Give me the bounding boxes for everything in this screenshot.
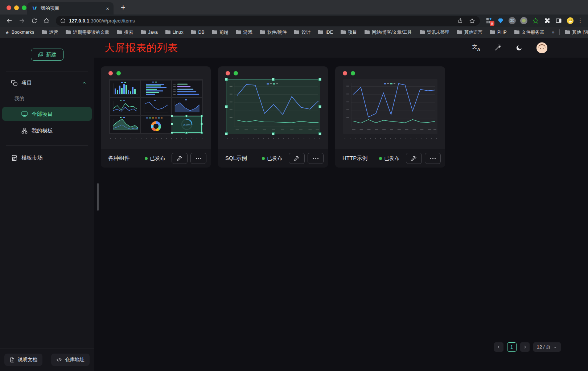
sitemap-icon [21,127,28,134]
document-icon [9,357,15,363]
extension-green-star-icon[interactable] [531,16,540,25]
bookmark-folder[interactable]: 网站/博客/文章/工具 [365,29,412,36]
edit-project-button[interactable] [406,153,422,164]
sidebar-item-my-templates[interactable]: 我的模板 [2,124,92,137]
extension-command-icon[interactable]: ⌘ [507,16,517,25]
more-actions-button[interactable] [308,153,324,164]
bookmark-folder[interactable]: 游戏 [236,29,252,36]
browser-toolbar: 127.0.0.1:3000/#/project/items 9 ⌘ [0,15,588,27]
tab-close-icon[interactable]: × [106,6,109,11]
new-tab-button[interactable]: + [121,4,126,12]
window-minimize-button[interactable] [14,5,19,10]
bookmark-folder[interactable]: 前端 [212,29,229,36]
user-avatar[interactable] [536,42,547,53]
url-text: 127.0.0.1:3000/#/project/items [69,18,135,24]
publish-status: 已发布 [379,155,399,162]
status-dot-icon [379,157,382,160]
profile-avatar-icon[interactable] [566,16,575,25]
bookmark-folder[interactable]: IDE [318,30,333,35]
bookmark-folder[interactable]: 近期需要读的文章 [66,29,109,36]
card-footer: HTTP示例 已发布 [335,149,445,168]
folder-icon [565,30,570,34]
window-close-button[interactable] [7,5,11,10]
sidebar-group-project[interactable]: 项目 [11,79,87,86]
dark-mode-moon-icon[interactable] [515,44,523,51]
bookmark-folder[interactable]: 搜索 [117,29,133,36]
address-bar[interactable]: 127.0.0.1:3000/#/project/items [56,16,480,26]
folder-icon [191,30,196,34]
bookmark-folder[interactable]: Java [141,30,157,35]
chrome-menu-icon[interactable]: ⋮ [577,17,584,24]
extensions-puzzle-icon[interactable] [542,16,552,25]
folder-icon [514,30,519,34]
sidebar-divider [6,145,88,146]
bookmark-folder[interactable]: 设计 [294,29,311,36]
publish-status: 已发布 [145,155,165,162]
bookmark-folder[interactable]: 软件/硬件 [260,29,287,36]
bookmark-folder[interactable]: PHP [490,30,507,35]
thumb-area-chart-green [110,116,140,133]
prev-page-button[interactable] [494,342,503,352]
thumb-lollipop-chart [172,81,202,97]
page-title: 大屏报表的列表 [104,41,178,55]
bookmark-star-icon[interactable] [467,16,477,26]
repo-label: 仓库地址 [65,356,85,363]
bookmark-folder[interactable]: Linux [165,30,184,35]
project-thumbnail[interactable] [343,79,437,134]
bookmark-folder[interactable]: 项目 [341,29,357,36]
bookmark-folder[interactable]: 运营 [42,29,58,36]
bookmarks-overflow-chevron[interactable]: » [552,30,554,35]
next-page-button[interactable] [520,342,530,352]
bookmark-folder[interactable]: DB [191,30,204,35]
bookmarks-bar: ★Bookmarks 运营 近期需要读的文章 搜索 Java Linux DB … [0,27,588,38]
theme-wand-icon[interactable] [494,44,502,51]
thumb-area-chart-blue [172,98,202,115]
back-icon[interactable] [4,16,15,26]
folder-icon [141,30,146,34]
new-project-button[interactable]: 新建 [31,49,63,61]
extension-gem-icon[interactable] [496,16,505,25]
bookmark-folder[interactable]: 文件服务器 [514,29,544,36]
page-size-select[interactable]: 12 / 页 [533,342,561,352]
extension-recorder-icon[interactable] [519,16,529,25]
window-zoom-button[interactable] [22,5,26,10]
docs-button[interactable]: 说明文档 [4,354,42,366]
bookmark-folder[interactable]: 其他语言 [457,29,482,36]
more-actions-button[interactable] [425,153,441,164]
language-icon[interactable]: 文A [472,44,480,51]
reload-icon[interactable] [29,16,39,26]
forward-icon[interactable] [17,16,27,26]
project-thumbnail[interactable] [226,79,320,134]
browser-window: 我的项目 × + 127.0.0.1:3000/#/project/items [0,0,588,371]
tab-title: 我的项目 [41,5,103,12]
chevron-up-icon[interactable] [82,81,87,86]
sidebar-item-template-market[interactable]: 模板市场 [11,154,87,161]
edit-project-button[interactable] [289,153,305,164]
extension-tabgroups-icon[interactable]: 9 [484,16,494,25]
site-info-icon[interactable] [60,18,66,24]
thumb-bar-chart [110,81,140,97]
browser-tab[interactable]: 我的项目 × [27,2,114,15]
thumb-hbar-chart [141,81,171,97]
more-actions-button[interactable] [190,153,206,164]
other-bookmarks[interactable]: 其他书签 [565,29,588,36]
chevron-down-icon [553,345,557,349]
project-thumbnail[interactable]: 25.00% [109,79,203,134]
side-panel-icon[interactable] [554,16,563,25]
edit-project-button[interactable] [172,153,188,164]
status-label: 已发布 [150,155,165,162]
my-templates-label: 我的模板 [32,127,53,134]
bookmark-folder[interactable]: 资讯未整理 [420,29,450,36]
card-footer: 各种组件 已发布 [101,149,211,168]
screens-icon [11,79,18,86]
bookmarks-root[interactable]: ★Bookmarks [5,30,34,35]
home-icon[interactable] [41,16,52,26]
folder-icon [420,30,425,34]
page-number[interactable]: 1 [507,342,517,352]
docs-label: 说明文档 [18,356,37,363]
scrollbar-thumb[interactable] [97,183,99,211]
repo-button[interactable]: 仓库地址 [51,354,90,366]
thumb-donut-chart [141,116,171,133]
sidebar-item-all-projects[interactable]: 全部项目 [2,107,92,121]
share-icon[interactable] [455,16,465,26]
